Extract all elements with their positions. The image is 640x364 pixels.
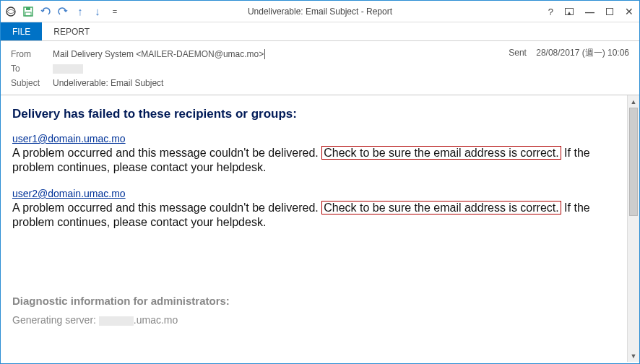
recipient-block: user1@domain.umac.mo A problem occurred … — [12, 133, 615, 175]
svg-point-0 — [7, 7, 15, 16]
close-icon[interactable]: ✕ — [622, 4, 636, 19]
subject-value: Undeliverable: Email Subject — [53, 78, 163, 88]
vertical-scrollbar[interactable]: ▲ ▼ — [627, 95, 639, 362]
ribbon-tabs: FILE REPORT — [1, 22, 639, 41]
tab-report[interactable]: REPORT — [42, 22, 101, 40]
scroll-thumb[interactable] — [629, 108, 638, 216]
app-logo-icon — [5, 6, 17, 17]
move-up-icon[interactable]: ↑ — [74, 6, 86, 17]
gen-server-redacted — [99, 316, 134, 326]
message-headers: From Mail Delivery System <MAILER-DAEMON… — [1, 41, 639, 95]
window-title: Undeliverable: Email Subject - Report — [248, 6, 392, 17]
highlighted-hint: Check to be sure the email address is co… — [321, 146, 561, 160]
message-body: Delivery has failed to these recipients … — [1, 95, 627, 362]
error-pre: A problem occurred and this message coul… — [12, 202, 321, 214]
scroll-up-icon[interactable]: ▲ — [628, 95, 640, 108]
to-label: To — [11, 64, 53, 74]
minimize-icon[interactable]: — — [582, 5, 597, 19]
to-value — [53, 64, 83, 74]
sent-block: Sent 28/08/2017 (週一) 10:06 — [509, 47, 629, 59]
scroll-track[interactable] — [628, 108, 639, 350]
generating-server: Generating server: .umac.mo — [12, 314, 615, 326]
ribbon-display-icon[interactable]: ▴ — [565, 8, 574, 15]
delivery-failed-title: Delivery has failed to these recipients … — [12, 107, 615, 121]
from-value: Mail Delivery System <MAILER-DAEMON@umac… — [53, 49, 265, 60]
diagnostic-title: Diagnostic information for administrator… — [12, 295, 615, 307]
redo-icon[interactable] — [57, 6, 69, 17]
undo-icon[interactable] — [40, 6, 51, 17]
qat-customize-icon[interactable]: = — [109, 6, 121, 17]
gen-server-label: Generating server: — [12, 314, 99, 326]
move-down-icon[interactable]: ↓ — [92, 6, 103, 17]
error-pre: A problem occurred and this message coul… — [12, 147, 321, 159]
message-body-area: Delivery has failed to these recipients … — [1, 95, 639, 362]
subject-label: Subject — [11, 78, 53, 88]
error-text: A problem occurred and this message coul… — [12, 146, 615, 175]
recipient-email-link[interactable]: user1@domain.umac.mo — [12, 133, 126, 144]
save-icon[interactable] — [22, 6, 34, 17]
scroll-down-icon[interactable]: ▼ — [628, 350, 640, 362]
svg-rect-2 — [26, 7, 30, 10]
sent-label: Sent — [509, 48, 527, 58]
highlighted-hint: Check to be sure the email address is co… — [321, 201, 561, 214]
help-icon[interactable]: ? — [545, 5, 556, 19]
tab-file[interactable]: FILE — [1, 22, 42, 40]
error-text: A problem occurred and this message coul… — [12, 201, 615, 230]
window-controls: ? ▴ — ✕ — [545, 1, 636, 22]
recipient-block: user2@domain.umac.mo A problem occurred … — [12, 188, 615, 230]
from-label: From — [11, 49, 53, 59]
quick-access-toolbar: ↑ ↓ = — [1, 6, 125, 17]
maximize-icon[interactable] — [606, 8, 613, 15]
sent-value: 28/08/2017 (週一) 10:06 — [536, 48, 629, 58]
gen-server-suffix: .umac.mo — [134, 314, 178, 326]
title-bar: ↑ ↓ = Undeliverable: Email Subject - Rep… — [1, 1, 639, 22]
recipient-email-link[interactable]: user2@domain.umac.mo — [12, 188, 126, 199]
